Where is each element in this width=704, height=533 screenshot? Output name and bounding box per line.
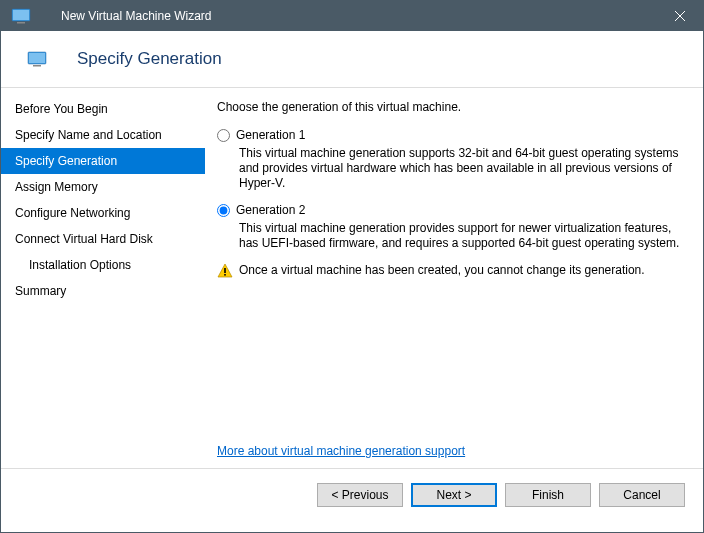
svg-rect-7 [33, 65, 41, 67]
finish-button[interactable]: Finish [505, 483, 591, 507]
wizard-steps-sidebar: Before You BeginSpecify Name and Locatio… [1, 88, 205, 468]
vm-monitor-icon [11, 8, 31, 24]
generation-radio-1[interactable] [217, 129, 230, 142]
titlebar: New Virtual Machine Wizard [1, 1, 703, 31]
generation-radio-2[interactable] [217, 204, 230, 217]
vm-monitor-icon [27, 51, 47, 67]
sidebar-step-6[interactable]: Installation Options [1, 252, 205, 278]
svg-rect-2 [17, 22, 25, 24]
generation-description-2: This virtual machine generation provides… [239, 221, 685, 251]
instruction-text: Choose the generation of this virtual ma… [217, 100, 685, 114]
svg-rect-1 [13, 10, 29, 20]
more-info-link[interactable]: More about virtual machine generation su… [217, 444, 465, 458]
generation-label-2[interactable]: Generation 2 [236, 203, 305, 217]
sidebar-step-5[interactable]: Connect Virtual Hard Disk [1, 226, 205, 252]
wizard-footer: < Previous Next > Finish Cancel [1, 469, 703, 507]
sidebar-step-1[interactable]: Specify Name and Location [1, 122, 205, 148]
svg-rect-6 [29, 53, 45, 63]
sidebar-step-7[interactable]: Summary [1, 278, 205, 304]
sidebar-step-0[interactable]: Before You Begin [1, 96, 205, 122]
page-title: Specify Generation [77, 49, 222, 69]
generation-label-1[interactable]: Generation 1 [236, 128, 305, 142]
close-button[interactable] [657, 1, 703, 31]
svg-rect-10 [224, 274, 226, 276]
warning-text: Once a virtual machine has been created,… [239, 263, 645, 277]
generation-description-1: This virtual machine generation supports… [239, 146, 685, 191]
next-button[interactable]: Next > [411, 483, 497, 507]
warning-icon [217, 263, 233, 279]
sidebar-step-4[interactable]: Configure Networking [1, 200, 205, 226]
sidebar-step-2[interactable]: Specify Generation [1, 148, 205, 174]
generation-option-2: Generation 2 [217, 203, 685, 217]
warning-row: Once a virtual machine has been created,… [217, 263, 685, 279]
window-title: New Virtual Machine Wizard [61, 9, 212, 23]
svg-rect-9 [224, 268, 226, 273]
sidebar-step-3[interactable]: Assign Memory [1, 174, 205, 200]
cancel-button[interactable]: Cancel [599, 483, 685, 507]
previous-button[interactable]: < Previous [317, 483, 403, 507]
wizard-header: Specify Generation [1, 31, 703, 87]
main-content: Choose the generation of this virtual ma… [205, 88, 703, 468]
generation-option-1: Generation 1 [217, 128, 685, 142]
